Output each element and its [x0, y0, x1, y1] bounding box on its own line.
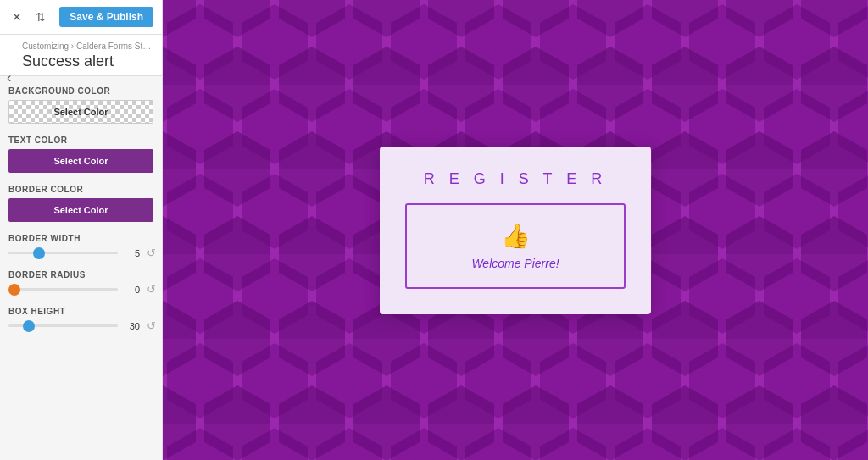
border-radius-value: 0 [123, 285, 140, 295]
border-color-label: BORDER COLOR [8, 185, 153, 194]
text-color-group: TEXT COLOR Select Color [8, 136, 153, 173]
reorder-button[interactable]: ⇅ [32, 7, 49, 27]
box-height-value: 30 [123, 321, 140, 331]
border-radius-reset[interactable]: ↺ [145, 284, 158, 295]
success-alert-box: 👍 Welcome Pierre! [405, 203, 626, 289]
border-width-group: BORDER WIDTH 5 ↺ [8, 234, 153, 258]
border-color-button[interactable]: Select Color [8, 198, 153, 222]
background-color-button[interactable]: Select Color [8, 100, 153, 124]
page-title: Success alert [22, 53, 153, 70]
breadcrumb-page: Caldera Forms Style C... [76, 42, 153, 51]
preview-area: R E G I S T E R 👍 Welcome Pierre! [163, 0, 868, 460]
save-publish-button[interactable]: Save & Publish [59, 7, 153, 27]
border-radius-group: BORDER RADIUS 0 ↺ [8, 270, 153, 295]
close-button[interactable]: ✕ [8, 7, 25, 27]
border-width-slider[interactable] [8, 252, 118, 254]
register-card: R E G I S T E R 👍 Welcome Pierre! [380, 147, 651, 314]
text-color-label: TEXT COLOR [8, 136, 153, 145]
border-width-reset[interactable]: ↺ [145, 247, 158, 258]
border-width-value: 5 [123, 248, 140, 258]
reorder-icon: ⇅ [36, 10, 46, 24]
border-radius-label: BORDER RADIUS [8, 270, 153, 280]
text-color-button[interactable]: Select Color [8, 149, 153, 173]
border-width-label: BORDER WIDTH [8, 234, 153, 243]
breadcrumb: Customizing › Caldera Forms Style C... [22, 42, 153, 51]
back-button[interactable]: ‹ [2, 67, 16, 89]
box-height-label: BOX HEIGHT [8, 307, 153, 316]
border-color-group: BORDER COLOR Select Color [8, 185, 153, 222]
background-color-label: BACKGROUND COLOR [8, 86, 153, 96]
breadcrumb-prefix: Customizing [22, 42, 69, 51]
close-icon: ✕ [12, 10, 22, 24]
card-title: R E G I S T E R [405, 170, 626, 188]
thumbs-up-icon: 👍 [501, 222, 531, 250]
border-radius-slider[interactable] [8, 288, 118, 291]
box-height-group: BOX HEIGHT 30 ↺ [8, 307, 153, 331]
background-color-group: BACKGROUND COLOR Select Color [8, 86, 153, 124]
box-height-reset[interactable]: ↺ [145, 320, 158, 331]
box-height-slider[interactable] [8, 324, 118, 327]
welcome-text: Welcome Pierre! [471, 257, 559, 270]
